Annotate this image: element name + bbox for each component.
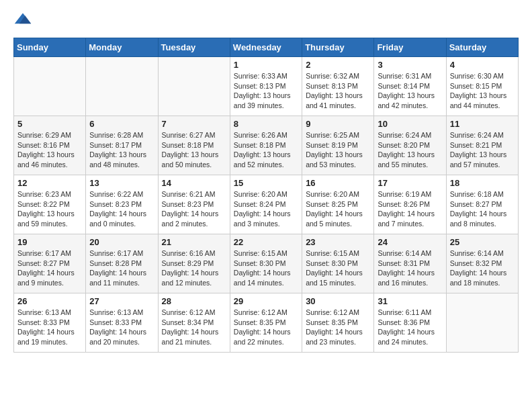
weekday-header-monday: Monday [86,38,158,57]
day-info: Sunrise: 6:16 AMSunset: 8:29 PMDaylight:… [162,248,226,288]
day-info: Sunrise: 6:17 AMSunset: 8:28 PMDaylight:… [89,248,154,288]
day-number: 28 [162,296,226,306]
calendar-day-cell: 10Sunrise: 6:24 AMSunset: 8:20 PMDayligh… [374,116,446,175]
day-number: 13 [89,178,154,188]
calendar-day-cell: 13Sunrise: 6:22 AMSunset: 8:23 PMDayligh… [86,175,158,234]
day-number: 7 [162,119,226,129]
day-number: 11 [450,119,515,129]
calendar-header-row: SundayMondayTuesdayWednesdayThursdayFrid… [14,38,519,57]
day-number: 26 [17,296,82,306]
day-info: Sunrise: 6:20 AMSunset: 8:24 PMDaylight:… [234,189,298,229]
day-number: 1 [234,60,298,70]
day-info: Sunrise: 6:30 AMSunset: 8:15 PMDaylight:… [450,71,515,111]
day-info: Sunrise: 6:12 AMSunset: 8:35 PMDaylight:… [306,308,370,347]
calendar-day-cell: 19Sunrise: 6:17 AMSunset: 8:27 PMDayligh… [14,234,86,293]
calendar-day-cell: 27Sunrise: 6:13 AMSunset: 8:33 PMDayligh… [86,293,158,353]
calendar-day-cell: 29Sunrise: 6:12 AMSunset: 8:35 PMDayligh… [230,293,302,353]
calendar-day-cell: 12Sunrise: 6:23 AMSunset: 8:22 PMDayligh… [14,175,86,234]
calendar-day-cell [86,57,158,116]
day-number: 21 [162,237,226,247]
day-info: Sunrise: 6:12 AMSunset: 8:35 PMDaylight:… [234,308,298,347]
day-number: 22 [234,237,298,247]
calendar-day-cell: 16Sunrise: 6:20 AMSunset: 8:25 PMDayligh… [302,175,374,234]
calendar-day-cell: 28Sunrise: 6:12 AMSunset: 8:34 PMDayligh… [158,293,230,353]
day-number: 4 [450,60,515,70]
day-info: Sunrise: 6:18 AMSunset: 8:27 PMDaylight:… [450,189,515,229]
day-number: 31 [378,296,442,306]
calendar-day-cell: 18Sunrise: 6:18 AMSunset: 8:27 PMDayligh… [446,175,518,234]
day-info: Sunrise: 6:12 AMSunset: 8:34 PMDaylight:… [162,308,226,347]
day-info: Sunrise: 6:28 AMSunset: 8:17 PMDaylight:… [89,130,154,170]
day-info: Sunrise: 6:26 AMSunset: 8:18 PMDaylight:… [234,130,298,170]
weekday-header-friday: Friday [374,38,446,57]
day-info: Sunrise: 6:15 AMSunset: 8:30 PMDaylight:… [234,248,298,288]
day-number: 25 [450,237,515,247]
calendar-day-cell: 5Sunrise: 6:29 AMSunset: 8:16 PMDaylight… [14,116,86,175]
calendar-day-cell: 2Sunrise: 6:32 AMSunset: 8:13 PMDaylight… [302,57,374,116]
calendar-week-5: 26Sunrise: 6:13 AMSunset: 8:33 PMDayligh… [14,293,519,353]
calendar-day-cell: 7Sunrise: 6:27 AMSunset: 8:18 PMDaylight… [158,116,230,175]
day-number: 15 [234,178,298,188]
calendar-day-cell: 25Sunrise: 6:14 AMSunset: 8:32 PMDayligh… [446,234,518,293]
day-info: Sunrise: 6:17 AMSunset: 8:27 PMDaylight:… [17,248,82,288]
calendar-day-cell: 14Sunrise: 6:21 AMSunset: 8:23 PMDayligh… [158,175,230,234]
calendar-day-cell: 11Sunrise: 6:24 AMSunset: 8:21 PMDayligh… [446,116,518,175]
calendar-day-cell [14,57,86,116]
day-info: Sunrise: 6:32 AMSunset: 8:13 PMDaylight:… [306,71,370,111]
weekday-header-wednesday: Wednesday [230,38,302,57]
day-info: Sunrise: 6:33 AMSunset: 8:13 PMDaylight:… [234,71,298,111]
day-number: 3 [378,60,442,70]
calendar-day-cell: 3Sunrise: 6:31 AMSunset: 8:14 PMDaylight… [374,57,446,116]
day-number: 17 [378,178,442,188]
day-number: 27 [89,296,154,306]
day-info: Sunrise: 6:23 AMSunset: 8:22 PMDaylight:… [17,189,82,229]
day-number: 14 [162,178,226,188]
day-number: 8 [234,119,298,129]
day-number: 19 [17,237,82,247]
calendar-day-cell: 6Sunrise: 6:28 AMSunset: 8:17 PMDaylight… [86,116,158,175]
weekday-header-sunday: Sunday [14,38,86,57]
calendar-day-cell: 1Sunrise: 6:33 AMSunset: 8:13 PMDaylight… [230,57,302,116]
day-info: Sunrise: 6:31 AMSunset: 8:14 PMDaylight:… [378,71,442,111]
day-info: Sunrise: 6:13 AMSunset: 8:33 PMDaylight:… [89,308,154,347]
calendar-day-cell: 8Sunrise: 6:26 AMSunset: 8:18 PMDaylight… [230,116,302,175]
calendar-day-cell: 23Sunrise: 6:15 AMSunset: 8:30 PMDayligh… [302,234,374,293]
day-number: 18 [450,178,515,188]
calendar-day-cell: 30Sunrise: 6:12 AMSunset: 8:35 PMDayligh… [302,293,374,353]
day-number: 10 [378,119,442,129]
day-info: Sunrise: 6:19 AMSunset: 8:26 PMDaylight:… [378,189,442,229]
day-number: 29 [234,296,298,306]
day-info: Sunrise: 6:22 AMSunset: 8:23 PMDaylight:… [89,189,154,229]
day-number: 24 [378,237,442,247]
day-info: Sunrise: 6:27 AMSunset: 8:18 PMDaylight:… [162,130,226,170]
calendar-day-cell: 4Sunrise: 6:30 AMSunset: 8:15 PMDaylight… [446,57,518,116]
day-number: 12 [17,178,82,188]
calendar-week-1: 1Sunrise: 6:33 AMSunset: 8:13 PMDaylight… [14,57,519,116]
calendar-day-cell [158,57,230,116]
day-number: 9 [306,119,370,129]
day-number: 30 [306,296,370,306]
calendar-table: SundayMondayTuesdayWednesdayThursdayFrid… [13,38,519,353]
weekday-header-tuesday: Tuesday [158,38,230,57]
calendar-day-cell: 17Sunrise: 6:19 AMSunset: 8:26 PMDayligh… [374,175,446,234]
day-number: 23 [306,237,370,247]
calendar-day-cell: 24Sunrise: 6:14 AMSunset: 8:31 PMDayligh… [374,234,446,293]
day-info: Sunrise: 6:11 AMSunset: 8:36 PMDaylight:… [378,308,442,347]
day-info: Sunrise: 6:14 AMSunset: 8:32 PMDaylight:… [450,248,515,288]
calendar-day-cell: 26Sunrise: 6:13 AMSunset: 8:33 PMDayligh… [14,293,86,353]
day-info: Sunrise: 6:20 AMSunset: 8:25 PMDaylight:… [306,189,370,229]
calendar-day-cell: 20Sunrise: 6:17 AMSunset: 8:28 PMDayligh… [86,234,158,293]
day-info: Sunrise: 6:14 AMSunset: 8:31 PMDaylight:… [378,248,442,288]
logo [13,11,35,30]
day-info: Sunrise: 6:24 AMSunset: 8:20 PMDaylight:… [378,130,442,170]
day-number: 6 [89,119,154,129]
weekday-header-thursday: Thursday [302,38,374,57]
logo-icon [13,11,32,30]
day-info: Sunrise: 6:25 AMSunset: 8:19 PMDaylight:… [306,130,370,170]
day-number: 2 [306,60,370,70]
calendar-week-4: 19Sunrise: 6:17 AMSunset: 8:27 PMDayligh… [14,234,519,293]
day-info: Sunrise: 6:13 AMSunset: 8:33 PMDaylight:… [17,308,82,347]
day-number: 20 [89,237,154,247]
calendar-day-cell: 21Sunrise: 6:16 AMSunset: 8:29 PMDayligh… [158,234,230,293]
calendar-day-cell: 22Sunrise: 6:15 AMSunset: 8:30 PMDayligh… [230,234,302,293]
